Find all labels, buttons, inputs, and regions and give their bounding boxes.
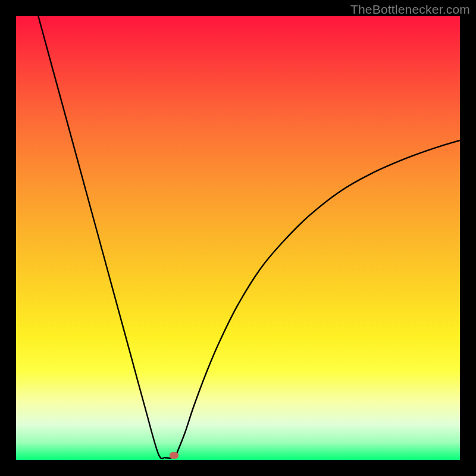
curve-right-branch bbox=[176, 140, 460, 456]
chart-container: TheBottlenecker.com bbox=[0, 0, 476, 476]
curve-left-branch bbox=[38, 16, 165, 459]
curve-svg bbox=[16, 16, 460, 460]
minimum-marker bbox=[170, 452, 178, 459]
plot-area bbox=[16, 16, 460, 460]
attribution-label: TheBottlenecker.com bbox=[350, 2, 470, 17]
